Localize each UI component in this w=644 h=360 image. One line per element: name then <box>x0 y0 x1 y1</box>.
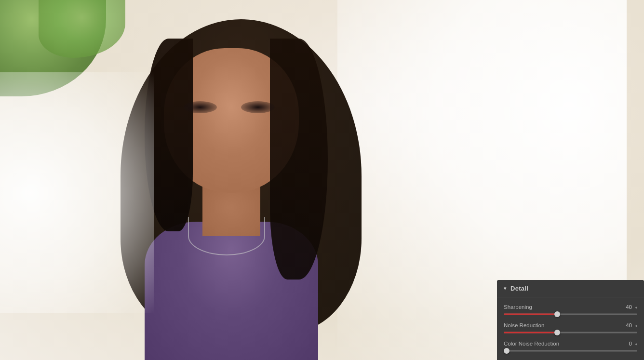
noise-reduction-label: Noise Reduction <box>504 322 544 328</box>
color-noise-reduction-value: 0 <box>621 341 632 347</box>
color-noise-reduction-arrow[interactable]: ◂ <box>635 341 637 347</box>
noise-reduction-row: Noise Reduction 40 ◂ <box>504 322 637 334</box>
noise-reduction-arrow[interactable]: ◂ <box>635 323 637 328</box>
panel-header[interactable]: ▾ Detail <box>497 280 644 297</box>
panel-body: Sharpening 40 ◂ Noise Reduction 40 ◂ <box>497 297 644 360</box>
color-noise-reduction-label: Color Noise Reduction <box>504 341 559 347</box>
noise-reduction-value: 40 <box>621 322 632 328</box>
color-noise-reduction-slider[interactable] <box>504 349 637 352</box>
panel-title: Detail <box>510 285 528 292</box>
detail-panel: ▾ Detail Sharpening 40 ◂ Noise Reduction <box>497 280 644 360</box>
sharpening-row: Sharpening 40 ◂ <box>504 304 637 316</box>
chevron-icon: ▾ <box>504 285 507 292</box>
sharpening-slider[interactable] <box>504 313 637 316</box>
sharpening-arrow[interactable]: ◂ <box>635 305 637 310</box>
sharpening-value: 40 <box>621 304 632 310</box>
sharpening-label: Sharpening <box>504 304 532 310</box>
color-noise-reduction-row: Color Noise Reduction 0 ◂ <box>504 341 637 352</box>
noise-reduction-slider[interactable] <box>504 331 637 334</box>
